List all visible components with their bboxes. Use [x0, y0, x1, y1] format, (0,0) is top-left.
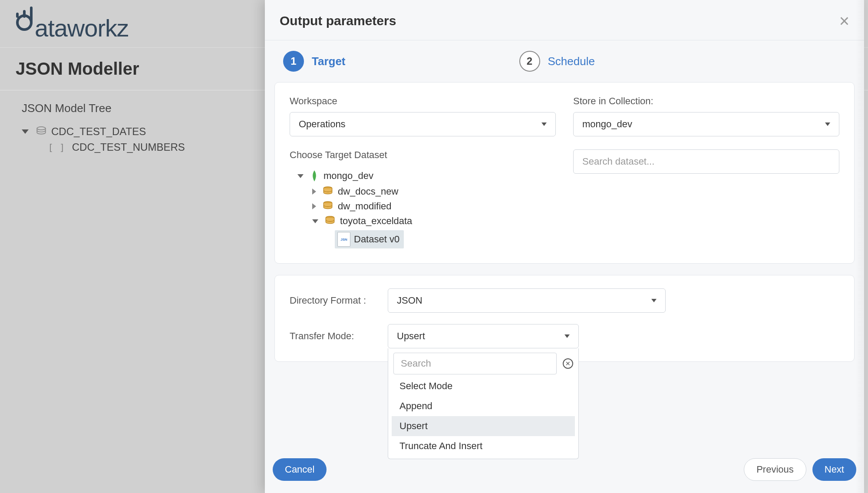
step-target[interactable]: 1 Target	[283, 51, 346, 72]
chevron-down-icon	[564, 334, 570, 338]
chevron-down-icon	[22, 129, 29, 134]
choose-dataset-label: Choose Target Dataset	[290, 149, 556, 161]
json-file-icon: JSN	[337, 232, 350, 247]
transfer-mode-label: Transfer Mode:	[290, 331, 376, 342]
clear-icon[interactable]: ✕	[563, 358, 573, 369]
wizard-steps: 1 Target 2 Schedule	[265, 40, 864, 82]
search-dataset-input[interactable]: Search dataset...	[573, 149, 839, 174]
ds-root-label: mongo_dev	[323, 170, 373, 182]
ds-tree-node[interactable]: dw_modified	[310, 199, 556, 214]
next-button[interactable]: Next	[812, 458, 856, 481]
ds-node-label: toyota_exceldata	[340, 215, 412, 227]
ds-leaf-label: Dataset v0	[354, 234, 399, 245]
ds-node-label: dw_modified	[338, 201, 392, 212]
chevron-down-icon	[297, 174, 304, 178]
target-card: Workspace Operations Choose Target Datas…	[274, 82, 855, 264]
transfer-mode-select[interactable]: Upsert	[388, 324, 579, 348]
chevron-right-icon	[312, 189, 316, 195]
ds-tree-node[interactable]: toyota_exceldata	[310, 214, 556, 228]
workspace-value: Operations	[299, 119, 346, 130]
step-label: Target	[312, 55, 346, 68]
collection-select[interactable]: mongo_dev	[573, 112, 839, 136]
database-icon	[322, 186, 333, 197]
dropdown-option-select-mode[interactable]: Select Mode	[392, 376, 575, 396]
directory-format-select[interactable]: JSON	[388, 288, 666, 313]
tree-root-label: CDC_TEST_DATES	[51, 126, 146, 138]
database-icon	[322, 201, 333, 212]
output-parameters-modal: Output parameters × 1 Target 2 Schedule …	[265, 0, 864, 493]
workspace-label: Workspace	[290, 96, 556, 107]
step-number: 1	[283, 51, 304, 72]
chevron-down-icon	[312, 219, 318, 223]
ds-tree-leaf[interactable]: JSN Dataset v0	[335, 228, 556, 250]
dataset-tree: mongo_dev dw_docs_new dw_modified	[290, 168, 556, 250]
directory-format-value: JSON	[397, 295, 422, 306]
database-icon	[324, 215, 336, 227]
chevron-right-icon	[312, 203, 316, 209]
svg-point-3	[37, 127, 46, 130]
chevron-down-icon	[651, 299, 657, 302]
logo-text: ataworkz	[35, 14, 129, 42]
directory-format-label: Directory Format :	[290, 295, 376, 306]
step-number: 2	[519, 51, 540, 72]
close-icon[interactable]: ×	[839, 12, 849, 30]
array-icon: [ ]	[48, 142, 65, 153]
dropdown-search-input[interactable]: Search	[393, 353, 557, 374]
collection-value: mongo_dev	[582, 119, 632, 130]
mongodb-icon	[310, 169, 319, 182]
dropdown-option-truncate-insert[interactable]: Truncate And Insert	[392, 436, 575, 456]
chevron-down-icon	[541, 122, 547, 126]
cancel-button[interactable]: Cancel	[273, 458, 327, 481]
scrollbar[interactable]	[855, 0, 864, 493]
chevron-down-icon	[825, 122, 830, 126]
format-card: Directory Format : JSON Transfer Mode: U…	[274, 275, 855, 362]
app-logo: ataworkz	[9, 5, 129, 42]
step-schedule[interactable]: 2 Schedule	[519, 51, 595, 72]
workspace-select[interactable]: Operations	[290, 112, 556, 136]
collection-label: Store in Collection:	[573, 96, 839, 107]
database-icon	[36, 126, 47, 137]
transfer-mode-dropdown: Search ✕ Select Mode Append Upsert Trunc…	[388, 348, 579, 459]
dropdown-option-append[interactable]: Append	[392, 396, 575, 416]
tree-child-label: CDC_TEST_NUMBERS	[72, 141, 185, 153]
ds-node-label: dw_docs_new	[338, 186, 398, 197]
ds-tree-node[interactable]: dw_docs_new	[310, 184, 556, 199]
ds-tree-root[interactable]: mongo_dev	[296, 168, 556, 184]
step-label: Schedule	[548, 55, 595, 68]
previous-button[interactable]: Previous	[744, 458, 806, 481]
dropdown-option-upsert[interactable]: Upsert	[392, 416, 575, 436]
transfer-mode-value: Upsert	[397, 331, 425, 342]
modal-title: Output parameters	[280, 13, 396, 28]
